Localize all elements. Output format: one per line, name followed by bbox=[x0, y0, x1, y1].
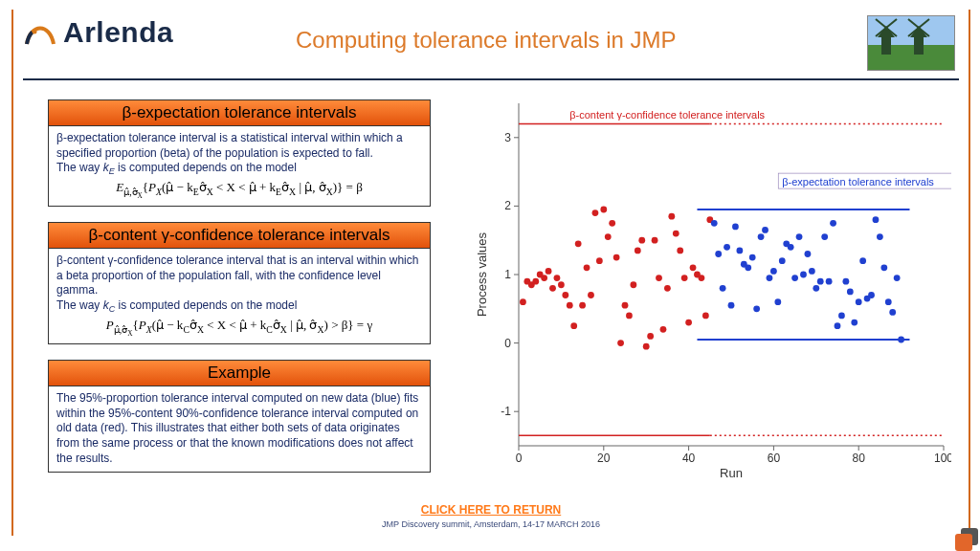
header-divider bbox=[23, 78, 959, 80]
svg-point-81 bbox=[664, 285, 671, 292]
svg-point-117 bbox=[817, 278, 824, 285]
summit-footer: JMP Discovery summit, Amsterdam, 14-17 M… bbox=[13, 519, 969, 529]
svg-text:80: 80 bbox=[853, 452, 866, 465]
logo: Arlenda bbox=[23, 15, 173, 50]
svg-point-69 bbox=[613, 254, 620, 261]
svg-point-89 bbox=[699, 275, 705, 281]
box-text: β-content γ-confidence tolerance interva… bbox=[56, 253, 418, 312]
box-header: β-content γ-confidence tolerance interva… bbox=[49, 223, 430, 249]
svg-point-72 bbox=[626, 313, 633, 320]
svg-point-62 bbox=[584, 264, 590, 271]
svg-point-121 bbox=[835, 322, 841, 329]
svg-point-70 bbox=[617, 340, 624, 346]
svg-point-93 bbox=[715, 251, 722, 257]
svg-text:β-content γ-confidence toleran: β-content γ-confidence tolerance interva… bbox=[569, 109, 765, 121]
svg-text:2: 2 bbox=[504, 199, 511, 212]
svg-point-126 bbox=[856, 298, 862, 305]
box-beta-content: β-content γ-confidence tolerance interva… bbox=[48, 222, 431, 344]
svg-point-95 bbox=[724, 244, 730, 251]
svg-point-57 bbox=[562, 292, 568, 298]
svg-text:Process values: Process values bbox=[475, 231, 489, 317]
svg-rect-2 bbox=[868, 45, 954, 70]
box-text: β-expectation tolerance interval is a st… bbox=[56, 131, 403, 174]
left-column: β-expectation tolerance intervals β-expe… bbox=[48, 99, 431, 488]
svg-point-92 bbox=[711, 220, 718, 227]
svg-point-58 bbox=[567, 302, 573, 309]
tolerance-interval-scatter: -10123020406080100RunProcess valuesβ-con… bbox=[473, 98, 951, 480]
svg-point-123 bbox=[842, 278, 849, 285]
svg-rect-3 bbox=[881, 35, 891, 55]
svg-point-135 bbox=[894, 275, 901, 281]
svg-text:Run: Run bbox=[720, 466, 743, 480]
svg-text:0: 0 bbox=[504, 337, 511, 350]
svg-point-100 bbox=[745, 264, 751, 271]
svg-point-127 bbox=[859, 257, 866, 264]
svg-text:40: 40 bbox=[682, 452, 696, 465]
svg-point-63 bbox=[588, 292, 594, 298]
box-header: Example bbox=[49, 361, 430, 386]
svg-point-107 bbox=[774, 298, 781, 305]
equation: Eμ̂,σ̂X{PX(μ̂ − kEσ̂X < X < μ̂ + kEσ̂X |… bbox=[56, 178, 422, 200]
svg-point-75 bbox=[638, 237, 645, 244]
svg-point-131 bbox=[877, 233, 883, 240]
svg-point-96 bbox=[728, 302, 735, 309]
svg-point-129 bbox=[868, 292, 875, 298]
svg-point-102 bbox=[753, 305, 760, 312]
svg-point-118 bbox=[821, 233, 828, 240]
return-link[interactable]: CLICK HERE TO RETURN bbox=[13, 503, 969, 517]
svg-point-50 bbox=[532, 278, 539, 285]
svg-point-79 bbox=[656, 275, 662, 281]
svg-point-124 bbox=[847, 289, 854, 296]
svg-point-87 bbox=[690, 264, 697, 271]
svg-point-71 bbox=[622, 302, 629, 309]
svg-point-80 bbox=[660, 326, 667, 333]
svg-text:-1: -1 bbox=[501, 405, 511, 418]
svg-point-56 bbox=[558, 281, 565, 288]
svg-text:0: 0 bbox=[516, 452, 523, 465]
svg-point-112 bbox=[796, 233, 803, 240]
svg-point-103 bbox=[758, 233, 765, 240]
logo-text: Arlenda bbox=[63, 16, 173, 49]
svg-point-82 bbox=[668, 213, 675, 220]
svg-point-61 bbox=[579, 302, 586, 309]
svg-point-84 bbox=[677, 248, 683, 254]
svg-point-53 bbox=[546, 268, 552, 275]
svg-point-130 bbox=[873, 216, 880, 223]
svg-point-68 bbox=[609, 220, 615, 227]
header: Arlenda Computing tolerance intervals in… bbox=[13, 10, 969, 78]
svg-point-122 bbox=[838, 313, 845, 320]
svg-point-132 bbox=[880, 264, 887, 271]
svg-text:β-expectation tolerance interv: β-expectation tolerance intervals bbox=[782, 176, 934, 187]
svg-point-113 bbox=[800, 272, 807, 278]
svg-point-64 bbox=[592, 209, 599, 216]
svg-point-67 bbox=[605, 233, 612, 240]
svg-point-94 bbox=[720, 285, 726, 292]
svg-text:100: 100 bbox=[934, 452, 951, 465]
box-body: β-expectation tolerance interval is a st… bbox=[49, 126, 430, 206]
svg-point-108 bbox=[779, 257, 786, 264]
slide-title: Computing tolerance intervals in JMP bbox=[296, 27, 677, 54]
svg-point-52 bbox=[541, 275, 547, 281]
box-body: The 95%-proportion tolerance interval co… bbox=[49, 386, 430, 472]
svg-text:60: 60 bbox=[768, 452, 781, 465]
svg-point-133 bbox=[885, 298, 892, 305]
equation: Pμ̂,σ̂X{PX(μ̂ − kCσ̂X < X < μ̂ + kCσ̂X |… bbox=[56, 316, 422, 338]
svg-point-98 bbox=[736, 248, 743, 254]
svg-text:3: 3 bbox=[504, 131, 511, 144]
box-example: Example The 95%-proportion tolerance int… bbox=[48, 360, 431, 473]
svg-point-105 bbox=[767, 275, 773, 281]
svg-point-73 bbox=[630, 281, 636, 288]
svg-point-74 bbox=[635, 248, 641, 254]
svg-point-116 bbox=[813, 285, 819, 292]
svg-point-76 bbox=[643, 343, 650, 350]
svg-point-120 bbox=[830, 220, 836, 227]
box-header: β-expectation tolerance intervals bbox=[49, 100, 430, 126]
svg-point-134 bbox=[889, 309, 896, 316]
svg-point-47 bbox=[520, 298, 526, 305]
header-photo bbox=[867, 15, 955, 71]
svg-text:1: 1 bbox=[504, 268, 511, 281]
svg-point-90 bbox=[702, 313, 709, 320]
svg-point-83 bbox=[673, 231, 679, 237]
svg-point-55 bbox=[554, 275, 561, 281]
svg-point-85 bbox=[681, 275, 688, 281]
